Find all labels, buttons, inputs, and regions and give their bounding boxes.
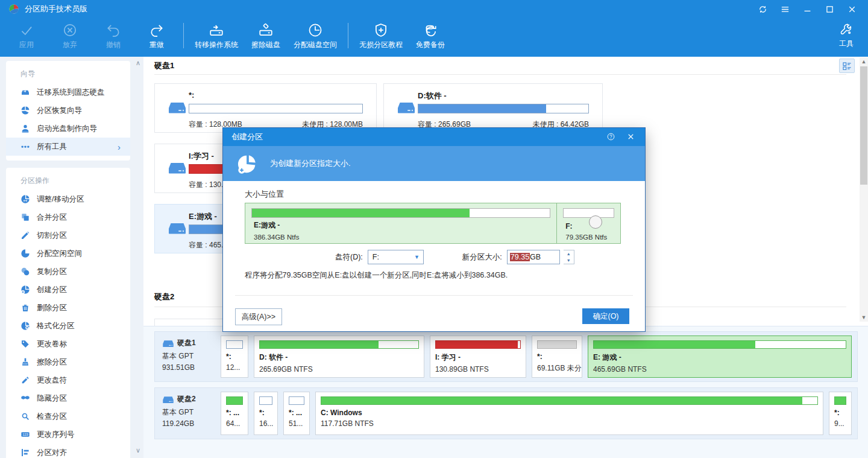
close-icon[interactable] — [847, 4, 857, 14]
sidebar-scroll-down-icon[interactable]: ∨ — [136, 447, 140, 454]
sidebar-item-label: 合并分区 — [37, 212, 67, 223]
partition-block[interactable]: D: 软件 -265.69GB NTFS — [254, 336, 424, 378]
scroll-up-icon[interactable]: ▲ — [860, 57, 868, 66]
toolbar-button-label: 转移操作系统 — [195, 40, 238, 50]
partition-name: E:游戏 - — [189, 211, 217, 222]
list-view-toggle[interactable] — [839, 59, 855, 73]
sidebar-item[interactable]: 分配空闲空间 — [6, 244, 130, 262]
svg-text:123: 123 — [23, 433, 28, 436]
partition-block[interactable]: I: 学习 -130.89GB NTFS — [430, 336, 526, 378]
sidebar-item[interactable]: 创建分区 — [6, 281, 130, 299]
sidebar-item[interactable]: 擦除分区 — [6, 353, 130, 371]
partition-card[interactable]: *:容量 : 128.00MB未使用 : 128.00MB — [154, 83, 377, 133]
disk-size: 119.24GB — [162, 418, 215, 430]
partition-block[interactable]: *: ...51... — [283, 392, 310, 435]
new-size-unit: GB — [530, 253, 541, 261]
app-logo-icon — [8, 4, 19, 14]
spin-up-icon[interactable]: ▲ — [564, 250, 574, 257]
sidebar-item[interactable]: 调整/移动分区 — [6, 190, 130, 208]
sidebar-item[interactable]: 检查分区 — [6, 407, 130, 425]
toolbar-undo-button[interactable]: 撤销 — [92, 18, 135, 50]
sidebar-item[interactable]: 分区恢复向导 — [6, 101, 130, 119]
partition-name: *: — [537, 352, 577, 361]
toolbar-tools-button[interactable]: 工具 — [825, 18, 868, 49]
partition-size: 12... — [226, 363, 243, 372]
resize-icon — [20, 194, 30, 204]
toolbar-discard-button[interactable]: 放弃 — [48, 18, 92, 50]
disk-row: 硬盘1基本 GPT931.51GB*:12...D: 软件 -265.69GB … — [154, 331, 858, 382]
toolbar-button-label: 无损分区教程 — [359, 40, 403, 50]
sidebar-item[interactable]: 切割分区 — [6, 226, 130, 244]
chevron-right-icon: › — [118, 142, 121, 151]
partition-size: 64... — [226, 419, 243, 428]
ok-button[interactable]: 确定(O) — [582, 308, 629, 324]
maximize-icon[interactable] — [825, 4, 835, 14]
partition-card[interactable]: D:软件 -容量 : 265.69GB未使用 : 64.42GB — [383, 83, 603, 133]
dialog-title: 创建分区 — [231, 132, 263, 142]
partition-size-slider: E:游戏 - 386.34GB Ntfs F: 79.35GB Ntfs — [245, 203, 621, 244]
minimize-icon[interactable] — [802, 4, 813, 14]
drive-icon — [162, 339, 174, 348]
help-icon[interactable] — [606, 132, 617, 142]
sidebar-item[interactable]: 更改卷标 — [6, 335, 130, 353]
partition-block[interactable]: *:16... — [254, 392, 278, 435]
toolbar-redo-button[interactable]: 重做 — [135, 18, 178, 50]
partition-block[interactable]: *:9... — [829, 392, 852, 435]
sidebar-item[interactable]: 启动光盘制作向导 — [6, 119, 130, 138]
sidebar-item[interactable]: 迁移系统到固态硬盘 — [6, 83, 130, 101]
close-icon[interactable] — [626, 132, 637, 142]
sidebar-item[interactable]: 隐藏分区 — [6, 389, 130, 407]
advanced-button[interactable]: 高级(A)>> — [235, 308, 282, 325]
dots-icon — [20, 142, 30, 151]
partition-size: 51... — [289, 419, 304, 428]
drive-letter-select[interactable]: F: ▼ — [368, 250, 424, 264]
disk-label[interactable]: 硬盘1基本 GPT931.51GB — [155, 332, 215, 381]
left-partition-name: E:游戏 - — [254, 220, 280, 231]
sidebar-item[interactable]: 所有工具› — [6, 138, 130, 156]
right-partition-name: F: — [565, 222, 572, 231]
sidebar-item[interactable]: 复制分区 — [6, 262, 130, 281]
shield-plus-icon — [373, 22, 389, 38]
new-size-spinner: 79.35 GB ▲ ▼ — [507, 250, 574, 264]
dialog-body: 大小与位置 E:游戏 - 386.34GB Ntfs F: 79.35GB Nt… — [223, 181, 645, 331]
scroll-thumb[interactable] — [860, 66, 867, 185]
scroll-down-icon[interactable]: ▼ — [860, 313, 868, 322]
sidebar-item[interactable]: 删除分区 — [6, 299, 130, 317]
new-size-input[interactable]: 79.35 GB — [507, 250, 560, 264]
toolbar-apply-button[interactable]: 应用 — [5, 18, 48, 50]
menu-icon[interactable] — [780, 4, 790, 14]
slider-handle[interactable] — [589, 215, 602, 229]
create-icon — [20, 285, 30, 294]
drive-letter-label: 盘符(D): — [335, 252, 363, 262]
spin-down-icon[interactable]: ▼ — [564, 257, 574, 264]
partition-block[interactable]: C: Windows117.71GB NTFS — [315, 392, 823, 435]
toolbar-left-group: 应用放弃撤销重做转移操作系统擦除磁盘分配磁盘空间无损分区教程免费备份 — [0, 18, 452, 50]
toolbar-wipe-disk-button[interactable]: 擦除磁盘 — [244, 18, 288, 50]
toolbar-free-backup-button[interactable]: 免费备份 — [409, 18, 452, 50]
usage-bar — [537, 340, 577, 349]
partition-block[interactable]: *: ...64... — [221, 392, 248, 435]
sidebar-item[interactable]: 123更改序列号 — [6, 425, 130, 444]
sidebar-item-label: 更改序列号 — [37, 430, 75, 440]
toolbar-tutorial-button[interactable]: 无损分区教程 — [353, 18, 409, 50]
create-partition-icon — [236, 152, 259, 175]
partition-name: I:学习 - — [189, 151, 214, 162]
refresh-icon[interactable] — [758, 4, 768, 14]
delete-icon — [20, 303, 30, 313]
partition-block[interactable]: E: 游戏 -465.69GB NTFS — [588, 336, 852, 378]
toolbar-divider — [348, 23, 348, 48]
usage-bar — [834, 396, 846, 405]
disk-label[interactable]: 硬盘2基本 GPT119.24GB — [155, 388, 215, 439]
sidebar-item[interactable]: 格式化分区 — [6, 317, 130, 335]
partition-block[interactable]: *:12... — [221, 336, 248, 378]
sidebar-scroll-up-icon[interactable]: ∧ — [136, 59, 140, 67]
toolbar-migrate-os-button[interactable]: 转移操作系统 — [189, 18, 244, 50]
toolbar-allocate-space-button[interactable]: 分配磁盘空间 — [288, 18, 343, 50]
sidebar-item[interactable]: 分区对齐 — [6, 444, 130, 458]
toolbar-button-label: 重做 — [149, 40, 164, 50]
main-scrollbar[interactable]: ▲ ▼ — [860, 57, 868, 322]
redo-icon — [149, 22, 165, 38]
sidebar-item[interactable]: 更改盘符 — [6, 371, 130, 389]
partition-block[interactable]: *:69.11GB 未分... — [532, 336, 582, 378]
sidebar-item[interactable]: 合并分区 — [6, 208, 130, 226]
